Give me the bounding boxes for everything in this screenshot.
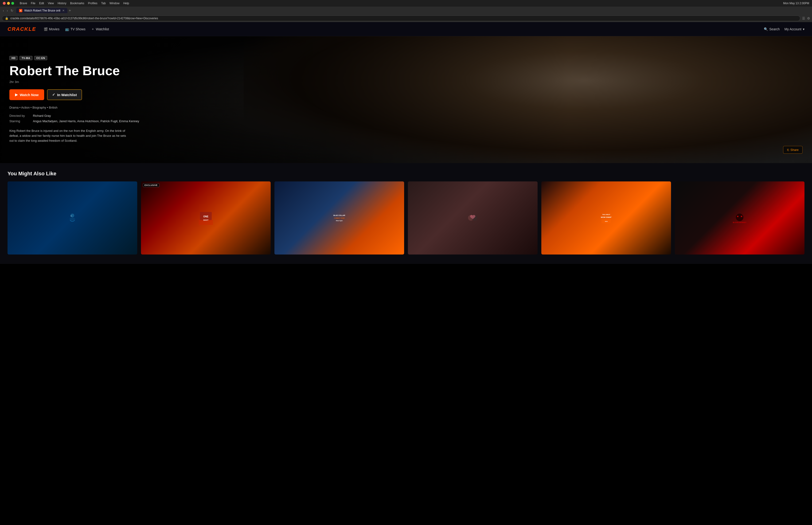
nav-tvshows[interactable]: 📺 TV Shows: [65, 27, 86, 31]
tvshows-label: TV Shows: [71, 27, 86, 31]
address-bar[interactable]: 🔒 crackle.com/details/6f278676-4f9c-43bc…: [2, 15, 800, 21]
menu-view[interactable]: View: [48, 2, 54, 5]
badge-hd: HD: [10, 56, 18, 60]
account-label: My Account: [784, 27, 801, 31]
svg-text:BLUE COLLAR: BLUE COLLAR: [333, 214, 345, 216]
menu-history[interactable]: History: [58, 2, 66, 5]
menu-window[interactable]: Window: [109, 2, 120, 5]
badge-cc: CC:EN: [34, 56, 47, 60]
tv-icon: 📺: [65, 27, 69, 31]
card-image-3: BLUE COLLAR COMEDY TOUR Rides Again: [274, 181, 404, 255]
active-tab[interactable]: B Watch Robert The Bruce onli ✕: [16, 8, 67, 13]
share-icon: ⎗: [787, 148, 789, 152]
tab-title: Watch Robert The Bruce onli: [24, 9, 60, 12]
directed-by-label: Directed by: [10, 114, 33, 118]
blue-collar-thumbnail: BLUE COLLAR COMEDY TOUR Rides Again: [332, 211, 346, 225]
svg-point-18: [741, 216, 742, 217]
movie-genres: Drama • Action • Biography • British: [10, 106, 437, 109]
movie-card-6[interactable]: BLOOD MONKEY: [675, 181, 805, 255]
menu-edit[interactable]: Edit: [39, 2, 44, 5]
blood-monkey-thumbnail: BLOOD MONKEY: [733, 211, 747, 225]
hero-content: HD TV-MA CC:EN Robert The Bruce 2hr 3m ▶…: [0, 36, 447, 163]
window-controls[interactable]: [3, 2, 14, 5]
menu-bookmarks[interactable]: Bookmarks: [70, 2, 85, 5]
menu-bar: Brave File Edit View History Bookmarks P…: [20, 2, 129, 5]
site-nav: 🎬 Movies 📺 TV Shows ＋ Watchlist: [44, 27, 109, 31]
chevron-down-icon: ▾: [803, 27, 805, 31]
titlebar-right: Mon May 13 2:00PM: [783, 2, 809, 5]
one-shot-thumbnail: ONE SHOT: [199, 211, 213, 225]
card-image-6: BLOOD MONKEY: [675, 181, 805, 255]
watchlist-label: Watchlist: [96, 27, 109, 31]
reload-button[interactable]: ↻: [10, 8, 14, 13]
in-watchlist-button[interactable]: ✓ In Watchlist: [47, 89, 82, 100]
svg-text:THE GREAT: THE GREAT: [602, 214, 610, 215]
address-bar-row: 🔒 crackle.com/details/6f278676-4f9c-43bc…: [0, 15, 812, 22]
svg-text:ONE: ONE: [203, 215, 209, 218]
movies-label: Movies: [49, 27, 59, 31]
header-left: CRACKLE 🎬 Movies 📺 TV Shows ＋ Watchlist: [7, 26, 109, 32]
svg-point-17: [737, 216, 738, 217]
diver-thumbnail: [65, 211, 79, 225]
watch-now-button[interactable]: ▶ Watch Now: [10, 89, 44, 100]
movie-card-2[interactable]: EXCLUSIVE ONE SHOT: [141, 181, 271, 255]
movie-description: King Robert the Bruce is injured and on …: [10, 129, 127, 143]
tab-favicon: B: [19, 9, 22, 12]
share-button[interactable]: ⎗ Share: [783, 146, 802, 154]
menu-profiles[interactable]: Profiles: [88, 2, 97, 5]
nav-buttons[interactable]: ‹ › ↻: [2, 8, 14, 13]
menu-help[interactable]: Help: [123, 2, 129, 5]
bookmarks-icon[interactable]: ☰: [802, 16, 805, 20]
romance-thumbnail: [466, 211, 480, 225]
svg-text:COMEDY TOUR: COMEDY TOUR: [334, 217, 345, 219]
close-button[interactable]: [3, 2, 6, 5]
movie-card-1[interactable]: [7, 181, 137, 255]
hero-section: HD TV-MA CC:EN Robert The Bruce 2hr 3m ▶…: [0, 36, 812, 163]
browser-tabs: B Watch Robert The Bruce onli ✕ +: [16, 8, 72, 13]
search-button[interactable]: 🔍 Search: [764, 27, 780, 31]
menu-tab[interactable]: Tab: [101, 2, 106, 5]
movie-card-3[interactable]: BLUE COLLAR COMEDY TOUR Rides Again: [274, 181, 404, 255]
movie-card-5[interactable]: THE GREAT MOM SWAP ★★★: [541, 181, 671, 255]
director-row: Directed by Richard Gray: [10, 114, 437, 118]
minimize-button[interactable]: [7, 2, 10, 5]
crackle-logo[interactable]: CRACKLE: [7, 26, 36, 32]
svg-point-1: [70, 217, 75, 221]
nav-watchlist[interactable]: ＋ Watchlist: [91, 27, 109, 31]
site-header: CRACKLE 🎬 Movies 📺 TV Shows ＋ Watchlist …: [0, 22, 812, 36]
browser-actions[interactable]: ☰ ⚙: [802, 16, 810, 20]
back-button[interactable]: ‹: [2, 8, 5, 13]
movie-duration: 2hr 3m: [10, 80, 437, 84]
tab-close-icon[interactable]: ✕: [62, 9, 65, 12]
watch-now-label: Watch Now: [20, 93, 39, 97]
menu-brave[interactable]: Brave: [20, 2, 27, 5]
titlebar: Brave File Edit View History Bookmarks P…: [0, 0, 812, 6]
my-account-button[interactable]: My Account ▾: [784, 27, 805, 31]
content-badges: HD TV-MA CC:EN: [10, 56, 437, 60]
svg-text:MOM SWAP: MOM SWAP: [601, 216, 612, 218]
starring-row: Starring Angus Macfadyen, Jared Harris, …: [10, 119, 437, 123]
menu-file[interactable]: File: [31, 2, 35, 5]
exclusive-badge: EXCLUSIVE: [143, 183, 159, 187]
maximize-button[interactable]: [11, 2, 14, 5]
forward-button[interactable]: ›: [6, 8, 9, 13]
badge-rating: TV-MA: [19, 56, 32, 60]
header-right: 🔍 Search My Account ▾: [764, 27, 805, 31]
recommendations-title: You Might Also Like: [7, 170, 805, 177]
svg-text:★★★: ★★★: [605, 221, 608, 222]
new-tab-button[interactable]: +: [68, 9, 72, 13]
movies-row: EXCLUSIVE ONE SHOT BLUE COLLAR COMEDY TO…: [7, 181, 805, 255]
in-watchlist-label: In Watchlist: [57, 93, 77, 97]
extensions-icon[interactable]: ⚙: [807, 16, 810, 20]
nav-movies[interactable]: 🎬 Movies: [44, 27, 59, 31]
movie-card-4[interactable]: [408, 181, 538, 255]
datetime-display: Mon May 13 2:00PM: [783, 2, 809, 5]
svg-point-2: [71, 215, 72, 217]
hero-buttons: ▶ Watch Now ✓ In Watchlist: [10, 89, 437, 100]
svg-point-16: [736, 214, 744, 221]
card-image-2: EXCLUSIVE ONE SHOT: [141, 181, 271, 255]
url-display[interactable]: crackle.com/details/6f278676-4f9c-43bc-a…: [10, 17, 797, 20]
cast-value: Angus Macfadyen, Jared Harris, Anna Hutc…: [33, 119, 139, 123]
svg-text:Rides Again: Rides Again: [336, 220, 343, 221]
lock-icon: 🔒: [5, 17, 9, 20]
